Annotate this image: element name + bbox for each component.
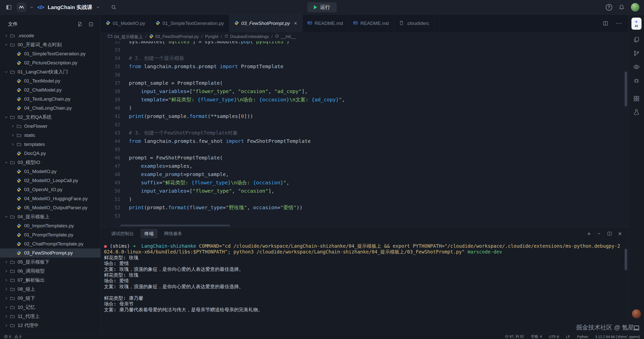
user-avatar[interactable]: [631, 3, 639, 12]
status-item[interactable]: 行 87, 列 52: [505, 334, 524, 339]
tree-item-folder[interactable]: 04_提示模板上: [0, 212, 100, 221]
tree-item-file[interactable]: 01_TextModel.py: [0, 76, 100, 86]
editor-tab[interactable]: 01_ModelIO.py: [101, 15, 150, 32]
close-panel-icon[interactable]: ×: [618, 230, 622, 237]
tree-item-file[interactable]: 02_PictureDescription.py: [0, 58, 100, 67]
tree-item-file[interactable]: 02_ModelIO_LoopCall.py: [0, 176, 100, 185]
tree-item-file[interactable]: 01_ModelIO.py: [0, 167, 100, 176]
terminal-line: 鲜花类型: 玫瑰: [104, 272, 623, 278]
tree-item-folder[interactable]: 01_LangChain快速入门: [0, 67, 100, 76]
tree-item-folder[interactable]: 11_代理上: [0, 312, 100, 321]
tree-item-file[interactable]: 00_ImportTemplates.py: [0, 221, 100, 230]
run-button[interactable]: 运行: [307, 2, 337, 12]
tree-item-file[interactable]: 04_ChatLongChain.py: [0, 104, 100, 113]
terminal-scrollbar[interactable]: [625, 249, 627, 270]
search-icon[interactable]: [109, 3, 118, 12]
editor-tab[interactable]: README.md: [348, 15, 394, 32]
breadcrumb-item[interactable]: 04_提示模板上: [108, 34, 143, 40]
tree-item-label: 02_ModelIO_LoopCall.py: [24, 178, 78, 183]
tree-item-folder[interactable]: 03_模型IO: [0, 158, 100, 167]
tree-item-folder[interactable]: templates: [0, 140, 100, 149]
logo-chevron-down-icon[interactable]: [30, 5, 34, 9]
app-logo[interactable]: [17, 3, 26, 12]
tree-item-label: 10_记忆: [18, 304, 35, 311]
tree-item-folder[interactable]: 12 代理中: [0, 321, 100, 330]
editor-tab[interactable]: .cloudiderc: [394, 15, 435, 32]
tree-item-folder[interactable]: 09_链下: [0, 294, 100, 303]
extensions-icon[interactable]: [633, 95, 640, 102]
more-actions-icon[interactable]: ⋯: [616, 20, 622, 27]
tree-item-folder[interactable]: static: [0, 131, 100, 140]
breadcrumb-item[interactable]: 03_FewShotPrompt.py: [149, 34, 199, 40]
code-editor[interactable]: 32sys.modules['sqlite3'] = sys.modules.p…: [101, 41, 628, 227]
split-panel-icon[interactable]: [607, 231, 612, 236]
tree-item-file[interactable]: 02_ChatPromptTemplate.py: [0, 239, 100, 248]
tree-item-folder[interactable]: OneFlower: [0, 122, 100, 131]
tree-item-folder[interactable]: 02_文档QA系统: [0, 113, 100, 122]
preview-eye-icon[interactable]: [633, 63, 640, 70]
chevron-right-icon: [10, 142, 16, 146]
tree-item-file[interactable]: 02_ChatModel.py: [0, 86, 100, 95]
tree-item-folder[interactable]: 00_开篇词_奇点时刻: [0, 40, 100, 49]
terminal-line: [104, 289, 623, 295]
tree-item-file[interactable]: DocQA.py: [0, 149, 100, 158]
tree-item-file[interactable]: 03_FewShotPrompt.py: [0, 248, 100, 258]
tree-item-folder[interactable]: 10_记忆: [0, 303, 100, 312]
play-icon: [314, 5, 317, 9]
tab-label: 01_SimpleTextGeneration.py: [163, 21, 224, 26]
tree-item-file[interactable]: 03_TextLangChain.py: [0, 95, 100, 104]
line-number: 32: [101, 41, 120, 46]
tree-item-label: 01_ModelIO.py: [24, 169, 57, 174]
file-file-icon: [399, 21, 404, 26]
terminal-dropdown-icon[interactable]: [597, 232, 601, 236]
tree-item-file[interactable]: 01_PromptTemplate.py: [0, 230, 100, 239]
tree-item-file[interactable]: 03_OpenAI_IO.py: [0, 185, 100, 194]
panel-tab[interactable]: 终端: [140, 229, 158, 238]
chevron-down-icon: [4, 215, 9, 219]
community-avatar[interactable]: [632, 309, 641, 318]
new-file-icon[interactable]: [77, 21, 83, 27]
layout-sidebar-toggle-icon[interactable]: [5, 3, 13, 12]
tree-item-file[interactable]: 04_ModelIO_HuggingFace.py: [0, 194, 100, 203]
tree-item-folder[interactable]: 08_链上: [0, 285, 100, 294]
tree-item-file[interactable]: 01_SimpleTextGeneration.py: [0, 49, 100, 58]
help-icon[interactable]: ?: [606, 4, 612, 11]
editor-tab[interactable]: 01_SimpleTextGeneration.py: [150, 15, 229, 32]
debug-icon[interactable]: [633, 77, 640, 84]
tree-item-folder[interactable]: 06_调用模型: [0, 267, 100, 276]
new-terminal-icon[interactable]: +: [587, 230, 591, 237]
breadcrumb-item[interactable]: __init__: [275, 34, 296, 39]
editor-vertical-scrollbar[interactable]: [625, 71, 627, 107]
terminal[interactable]: ● (shims) ➜ LangChain-shizhanke COMMAND=…: [101, 240, 628, 334]
tree-item-folder[interactable]: 07_解析输出: [0, 276, 100, 285]
project-chevron-down-icon[interactable]: [96, 5, 100, 9]
tree-item-folder[interactable]: .vscode: [0, 31, 100, 40]
split-editor-icon[interactable]: [601, 19, 610, 28]
status-item[interactable]: Python: [577, 335, 588, 339]
status-item[interactable]: LF: [566, 335, 570, 339]
status-item[interactable]: 3.12.2 64-bit ('shims': pyenv): [595, 335, 640, 339]
breadcrumb-item[interactable]: DoubaoEmbeddings: [224, 34, 269, 39]
folder-icon: [9, 278, 16, 283]
editor-horizontal-scrollbar[interactable]: [120, 225, 230, 226]
close-icon[interactable]: ×: [294, 21, 297, 26]
files-icon[interactable]: [633, 36, 640, 43]
status-item[interactable]: 空格: 4: [531, 334, 542, 339]
editor-tab[interactable]: 03_FewShotPrompt.py×: [229, 15, 302, 32]
editor-tab[interactable]: README.md: [302, 15, 348, 32]
code-text: [120, 71, 129, 79]
problems-indicator[interactable]: 0 0: [4, 335, 21, 339]
tree-item-folder[interactable]: 05_提示模板下: [0, 258, 100, 267]
test-flask-icon[interactable]: [633, 109, 640, 116]
panel-tab[interactable]: 调试控制台: [107, 229, 138, 238]
source-control-icon[interactable]: [633, 50, 640, 57]
notifications-bell-icon[interactable]: [617, 3, 626, 12]
ai-assistant-button[interactable]: AI: [631, 18, 641, 30]
project-name[interactable]: LangChain 实战课: [48, 4, 92, 11]
panel-tab[interactable]: 网络服务: [160, 229, 186, 238]
tree-item-file[interactable]: 05_ModelIO_OutputParser.py: [0, 203, 100, 212]
status-item[interactable]: UTF-8: [549, 335, 559, 339]
python-file-icon: [16, 151, 22, 156]
collapse-folders-icon[interactable]: [88, 21, 94, 27]
breadcrumb-item[interactable]: Pyright: [205, 34, 218, 39]
